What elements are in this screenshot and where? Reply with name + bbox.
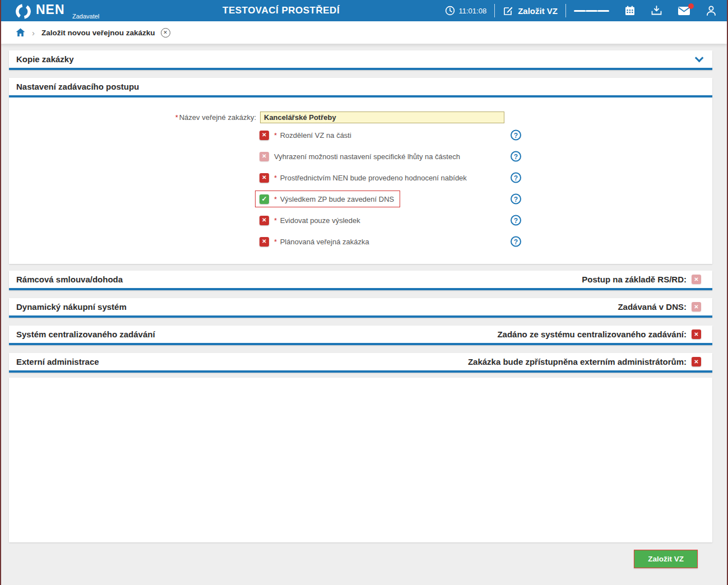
checkbox-label: * Výsledkem ZP bude zavedení DNS [274, 195, 394, 203]
empty-content-panel [9, 378, 712, 542]
checkbox-disabled-icon [259, 152, 269, 161]
section-title: Kopie zakázky [16, 54, 74, 64]
section-kopie-zakazky: Kopie zakázky [9, 50, 712, 70]
section-title: Externí administrace [16, 357, 99, 366]
compose-icon [503, 6, 513, 16]
main-content: Kopie zakázky Nastavení zadávacího postu… [1, 44, 727, 568]
help-icon[interactable]: ? [511, 194, 521, 205]
create-vz-label[interactable]: Založit VZ [518, 6, 558, 16]
checkbox-label: * Prostřednictvím NEN bude provedeno hod… [274, 174, 467, 182]
menu-icon[interactable] [574, 8, 609, 13]
right-state-label: Zadáno ze systému centralizovaného zadáv… [497, 329, 687, 339]
right-state-label: Postup na základě RS/RD: [582, 275, 687, 284]
checkbox-row-rozdeleni-vz: * Rozdělení VZ na části ? [9, 124, 712, 146]
header-separator [565, 4, 566, 17]
breadcrumb: › Založit novou veřejnou zakázku ✕ [1, 21, 727, 44]
nen-logo-icon [15, 3, 32, 20]
nazev-vz-label: *Název veřejné zakázky: [9, 113, 256, 122]
checkbox-row-vyhrazeni-lhuty: Vyhrazení možnosti nastavení specifické … [9, 146, 712, 167]
chevron-down-icon[interactable] [695, 54, 704, 63]
checkbox-unchecked-icon[interactable] [259, 216, 269, 225]
checkbox-row-planovana-vz: * Plánovaná veřejná zakázka ? [9, 231, 712, 252]
checkbox-unchecked-icon[interactable] [692, 329, 701, 339]
section-title: Rámcová smlouva/dohoda [16, 275, 123, 284]
user-profile-icon[interactable] [706, 5, 717, 16]
checkbox-label: Vyhrazení možnosti nastavení specifické … [274, 152, 460, 161]
help-icon[interactable]: ? [511, 130, 521, 141]
section-externi-administrace: Externí administrace Zakázka bude zpříst… [9, 353, 712, 373]
header-separator [494, 4, 495, 17]
checkbox-label: * Evidovat pouze výsledek [274, 216, 360, 225]
checkbox-label: * Plánovaná veřejná zakázka [274, 238, 369, 246]
close-tab-icon[interactable]: ✕ [161, 28, 170, 38]
nazev-vz-row: *Název veřejné zakázky: [9, 110, 712, 124]
brand-role: Zadavatel [72, 13, 99, 20]
highlighted-checkbox-wrapper: * Výsledkem ZP bude zavedení DNS [255, 191, 400, 207]
right-state-label: Zadávaná v DNS: [618, 302, 687, 312]
section-title: Dynamický nákupní systém [16, 302, 127, 312]
checkbox-unchecked-icon[interactable] [259, 131, 269, 140]
home-icon[interactable] [16, 28, 25, 37]
nazev-vz-input[interactable] [260, 112, 504, 123]
create-vz-shortcut[interactable]: Založit VZ [503, 6, 558, 16]
top-header-bar: NEN Zadavatel TESTOVACÍ PROSTŘEDÍ 11:01:… [1, 0, 727, 21]
breadcrumb-page-title: Založit novou veřejnou zakázku [41, 29, 155, 37]
checkbox-row-zavedeni-dns: * Výsledkem ZP bude zavedení DNS ? [9, 188, 712, 210]
right-state-label: Zakázka bude zpřístupněna externím admin… [468, 357, 687, 366]
section-title: Systém centralizovaného zadávání [16, 329, 155, 339]
brand-name: NEN [36, 1, 65, 18]
checkbox-unchecked-icon[interactable] [259, 173, 269, 183]
checkbox-row-evidovat-vysledek: * Evidovat pouze výsledek ? [9, 210, 712, 231]
breadcrumb-separator: › [32, 28, 35, 38]
section-ramcova-smlouva: Rámcová smlouva/dohoda Postup na základě… [9, 271, 712, 290]
inbox-download-icon[interactable] [651, 5, 662, 16]
clock-icon [445, 6, 455, 16]
calendar-icon[interactable] [624, 5, 636, 16]
checkbox-disabled-icon [692, 275, 701, 284]
mail-notification-badge [688, 3, 694, 9]
checkbox-disabled-icon [692, 302, 701, 312]
help-icon[interactable]: ? [511, 236, 521, 247]
mail-icon[interactable] [678, 6, 690, 16]
checkbox-row-hodnoceni-nabidek: * Prostřednictvím NEN bude provedeno hod… [9, 167, 712, 188]
nen-brand[interactable]: NEN Zadavatel [15, 1, 65, 20]
help-icon[interactable]: ? [511, 151, 521, 162]
environment-title: TESTOVACÍ PROSTŘEDÍ [222, 5, 340, 16]
checkbox-label: * Rozdělení VZ na části [274, 131, 351, 140]
section-title: Nastavení zadávacího postupu [16, 82, 139, 91]
checkbox-unchecked-icon[interactable] [259, 237, 269, 247]
footer-bar: Založit VZ [9, 542, 712, 568]
clock-group: 11:01:08 [445, 6, 487, 16]
checkbox-unchecked-icon[interactable] [692, 357, 701, 366]
help-icon[interactable]: ? [511, 173, 521, 183]
help-icon[interactable]: ? [511, 215, 521, 226]
checkbox-checked-icon[interactable] [259, 194, 269, 204]
current-time: 11:01:08 [459, 7, 487, 15]
section-nastaveni-zadavaciho-postupu: Nastavení zadávacího postupu *Název veře… [9, 78, 712, 264]
section-centralizovane-zadavani: Systém centralizovaného zadávání Zadáno … [9, 326, 712, 345]
section-dynamicky-nakupni-system: Dynamický nákupní systém Zadávaná v DNS: [9, 298, 712, 318]
zalozit-vz-button[interactable]: Založit VZ [634, 550, 698, 568]
